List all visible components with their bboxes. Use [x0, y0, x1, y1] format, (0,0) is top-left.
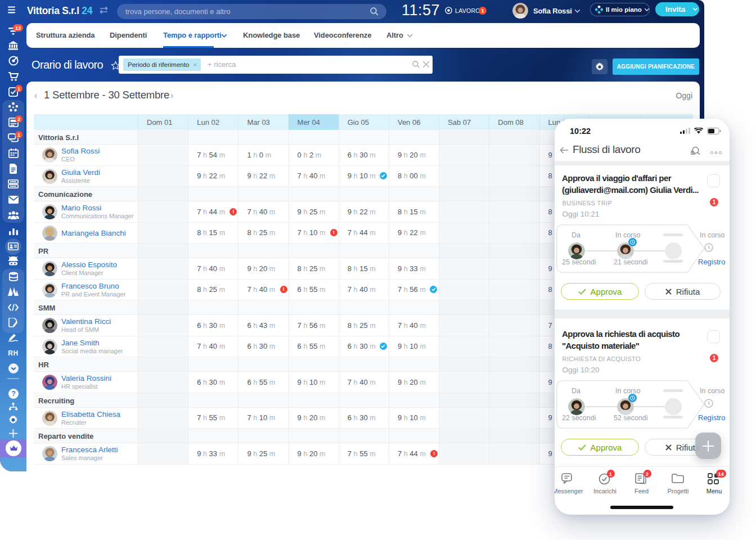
svg-text:?: ?: [11, 390, 16, 398]
